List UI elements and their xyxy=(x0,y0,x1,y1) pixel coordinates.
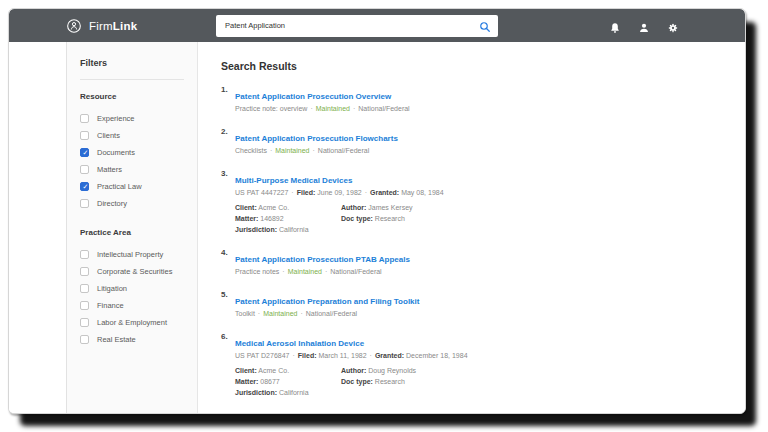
filter-option-label: Documents xyxy=(97,148,135,157)
result-details: Client: Acme Co. Author: Doug Reynolds M… xyxy=(235,365,745,398)
dot-separator: · xyxy=(267,147,275,154)
dot-separator: · xyxy=(297,310,305,317)
status-badge: Maintained xyxy=(275,147,309,154)
firmlink-logo[interactable]: FirmLink xyxy=(66,9,137,42)
result-meta: Practice note: overview·Maintained·Natio… xyxy=(235,104,745,114)
detail-field: Client: Acme Co. xyxy=(235,202,341,213)
search-result: 4. Patent Application Prosecution PTAB A… xyxy=(221,248,745,277)
filter-option-label: Finance xyxy=(97,301,124,310)
checkbox-litigation[interactable] xyxy=(80,284,89,293)
firmlink-logo-icon xyxy=(66,18,82,34)
result-title-link[interactable]: Patent Application Preparation and Filin… xyxy=(235,297,419,307)
bell-icon[interactable] xyxy=(609,20,621,32)
filter-option-corporate-securities[interactable]: Corporate & Securities xyxy=(80,263,184,280)
detail-field: Doc type: Research xyxy=(341,213,745,224)
checkbox-corporate-securities[interactable] xyxy=(80,267,89,276)
detail-field: Author: Doug Reynolds xyxy=(341,365,745,376)
checkbox-finance[interactable] xyxy=(80,301,89,310)
result-title-link[interactable]: Multi-Purpose Medical Devices xyxy=(235,176,352,186)
search-icon[interactable] xyxy=(479,19,491,31)
filter-option-experience[interactable]: Experience xyxy=(80,110,184,127)
result-meta: Toolkit·Maintained·National/Federal xyxy=(235,309,745,319)
detail-field: Jurisdiction: California xyxy=(235,387,341,398)
dot-separator: · xyxy=(307,105,315,112)
filter-option-label: Labor & Employment xyxy=(97,318,167,327)
result-number: 1. xyxy=(221,85,235,114)
result-number: 4. xyxy=(221,248,235,277)
app-window: FirmLink xyxy=(8,8,746,414)
search-results-panel: Search Results 1. Patent Application Pro… xyxy=(198,42,745,413)
filter-option-label: Corporate & Securities xyxy=(97,267,172,276)
result-number: 3. xyxy=(221,169,235,235)
detail-field: Jurisdiction: California xyxy=(235,224,341,235)
filter-option-label: Experience xyxy=(97,114,135,123)
brand-name: FirmLink xyxy=(89,20,137,32)
dot-separator: · xyxy=(288,189,296,196)
result-number: 6. xyxy=(221,332,235,398)
filter-option-label: Litigation xyxy=(97,284,127,293)
result-title-link[interactable]: Patent Application Prosecution Overview xyxy=(235,92,391,102)
filter-option-intellectual-property[interactable]: Intellectual Property xyxy=(80,246,184,263)
result-title-link[interactable]: Patent Application Prosecution PTAB Appe… xyxy=(235,255,410,265)
patent-info-line: US PAT D276847·Filed: March 11, 1982·Gra… xyxy=(235,351,745,361)
result-details: Client: Acme Co. Author: James Kersey Ma… xyxy=(235,202,745,235)
filter-section: Practice Area Intellectual Property Corp… xyxy=(80,228,184,348)
filter-section-title: Resource xyxy=(80,92,184,101)
user-icon[interactable] xyxy=(638,20,650,32)
sidebar-divider xyxy=(80,79,184,80)
filter-section-title: Practice Area xyxy=(80,228,184,237)
filter-option-real-estate[interactable]: Real Estate xyxy=(80,331,184,348)
page-title: Search Results xyxy=(221,60,745,72)
filter-option-clients[interactable]: Clients xyxy=(80,127,184,144)
search-result: 5. Patent Application Preparation and Fi… xyxy=(221,290,745,319)
filter-option-practical-law[interactable]: Practical Law xyxy=(80,178,184,195)
checkbox-clients[interactable] xyxy=(80,131,89,140)
filter-option-finance[interactable]: Finance xyxy=(80,297,184,314)
checkbox-labor-employment[interactable] xyxy=(80,318,89,327)
dot-separator: · xyxy=(255,310,263,317)
filters-title: Filters xyxy=(80,58,184,68)
filter-option-documents[interactable]: Documents xyxy=(80,144,184,161)
result-title-link[interactable]: Patent Application Prosecution Flowchart… xyxy=(235,134,398,144)
search-result: 6. Medical Aerosol Inhalation Device US … xyxy=(221,332,745,398)
filter-option-label: Clients xyxy=(97,131,120,140)
search-result: 2. Patent Application Prosecution Flowch… xyxy=(221,127,745,156)
detail-field: Doc type: Research xyxy=(341,376,745,387)
status-badge: Maintained xyxy=(288,268,322,275)
filter-option-matters[interactable]: Matters xyxy=(80,161,184,178)
dot-separator: · xyxy=(367,352,375,359)
filter-option-litigation[interactable]: Litigation xyxy=(80,280,184,297)
detail-field: Author: James Kersey xyxy=(341,202,745,213)
filter-option-directory[interactable]: Directory xyxy=(80,195,184,212)
results-list: 1. Patent Application Prosecution Overvi… xyxy=(221,85,745,413)
search-input[interactable] xyxy=(216,15,498,37)
filter-option-label: Directory xyxy=(97,199,127,208)
result-number: 7. xyxy=(221,411,235,413)
result-meta: Checklists·Maintained·National/Federal xyxy=(235,146,745,156)
filter-option-label: Real Estate xyxy=(97,335,136,344)
checkbox-intellectual-property[interactable] xyxy=(80,250,89,259)
result-meta: Practice notes·Maintained·National/Feder… xyxy=(235,267,745,277)
status-badge: Maintained xyxy=(263,310,297,317)
dot-separator: · xyxy=(289,352,297,359)
filter-option-labor-employment[interactable]: Labor & Employment xyxy=(80,314,184,331)
detail-field: Client: Acme Co. xyxy=(235,365,341,376)
filter-option-label: Matters xyxy=(97,165,122,174)
result-number: 2. xyxy=(221,127,235,156)
global-search xyxy=(216,14,498,36)
detail-field: Matter: 146892 xyxy=(235,213,341,224)
result-title-link[interactable]: Medical Aerosol Inhalation Device xyxy=(235,339,364,349)
checkbox-practical-law[interactable] xyxy=(80,182,89,191)
dot-separator: · xyxy=(362,189,370,196)
checkbox-experience[interactable] xyxy=(80,114,89,123)
left-gutter xyxy=(9,42,66,413)
result-number: 5. xyxy=(221,290,235,319)
dot-separator: · xyxy=(310,147,318,154)
checkbox-real-estate[interactable] xyxy=(80,335,89,344)
checkbox-directory[interactable] xyxy=(80,199,89,208)
patent-info-line: US PAT 4447227·Filed: June 09, 1982·Gran… xyxy=(235,188,745,198)
checkbox-documents[interactable] xyxy=(80,148,89,157)
gear-icon[interactable] xyxy=(667,20,679,32)
search-result: 1. Patent Application Prosecution Overvi… xyxy=(221,85,745,114)
checkbox-matters[interactable] xyxy=(80,165,89,174)
